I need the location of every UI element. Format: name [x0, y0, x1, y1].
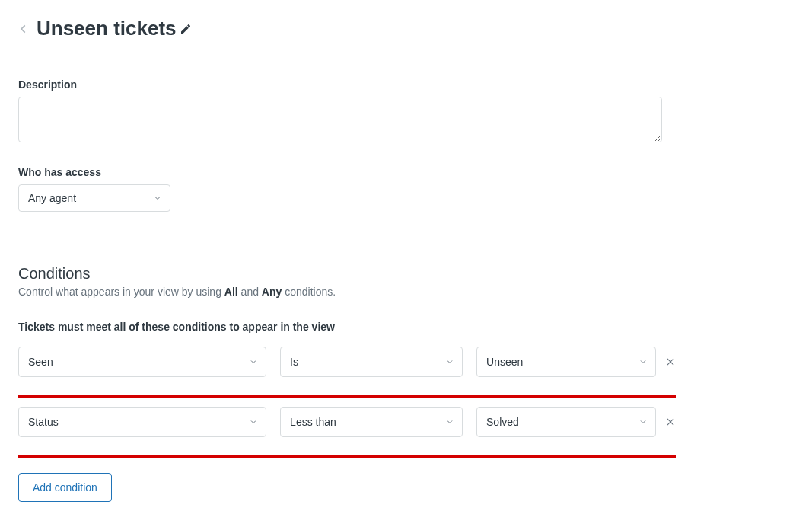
- chevron-down-icon: [153, 193, 162, 203]
- condition-operator-select[interactable]: Less than: [280, 407, 463, 437]
- chevron-down-icon: [249, 417, 258, 427]
- condition-value-value: Solved: [486, 416, 519, 428]
- condition-operator-select[interactable]: Is: [280, 347, 463, 377]
- condition-value-select[interactable]: Unseen: [476, 347, 656, 377]
- chevron-down-icon: [445, 357, 454, 366]
- all-conditions-label: Tickets must meet all of these condition…: [18, 321, 794, 333]
- description-label: Description: [18, 78, 794, 91]
- conditions-subtext-any: Any: [262, 286, 282, 298]
- description-textarea[interactable]: [18, 97, 662, 142]
- condition-field-value: Seen: [28, 356, 53, 368]
- chevron-down-icon: [445, 417, 454, 427]
- access-select[interactable]: Any agent: [18, 184, 170, 212]
- remove-condition-icon[interactable]: [665, 356, 676, 367]
- remove-condition-icon[interactable]: [665, 417, 676, 427]
- chevron-down-icon: [638, 357, 648, 366]
- conditions-subtext-suffix: conditions.: [282, 286, 336, 298]
- condition-field-select[interactable]: Status: [18, 407, 266, 437]
- condition-value-select[interactable]: Solved: [476, 407, 656, 437]
- conditions-subtext-mid: and: [238, 286, 262, 298]
- condition-field-select[interactable]: Seen: [18, 347, 266, 377]
- condition-operator-value: Less than: [290, 416, 336, 428]
- edit-pencil-icon[interactable]: [180, 23, 192, 35]
- condition-row: Seen Is Unseen: [18, 347, 676, 398]
- page-title-text: Unseen tickets: [37, 17, 177, 40]
- conditions-heading: Conditions: [18, 265, 794, 283]
- conditions-subtext-prefix: Control what appears in your view by usi…: [18, 286, 224, 298]
- chevron-down-icon: [638, 417, 648, 427]
- add-condition-button[interactable]: Add condition: [18, 473, 112, 502]
- condition-field-value: Status: [28, 416, 59, 428]
- condition-value-value: Unseen: [486, 356, 523, 368]
- conditions-subtext: Control what appears in your view by usi…: [18, 286, 794, 298]
- condition-row: Status Less than Solved: [18, 407, 676, 458]
- chevron-down-icon: [249, 357, 258, 366]
- conditions-subtext-all: All: [224, 286, 238, 298]
- access-select-value: Any agent: [28, 192, 76, 204]
- page-title: Unseen tickets: [37, 17, 192, 40]
- back-chevron-icon[interactable]: [18, 22, 29, 36]
- access-label: Who has access: [18, 166, 794, 178]
- condition-operator-value: Is: [290, 356, 298, 368]
